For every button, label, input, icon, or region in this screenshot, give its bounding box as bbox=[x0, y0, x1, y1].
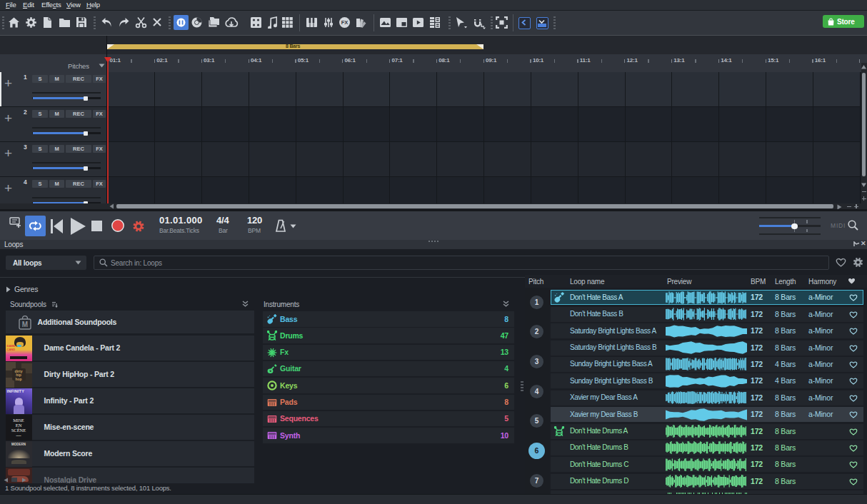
svg-text:M: M bbox=[21, 321, 27, 328]
svg-text:FX: FX bbox=[341, 19, 349, 26]
